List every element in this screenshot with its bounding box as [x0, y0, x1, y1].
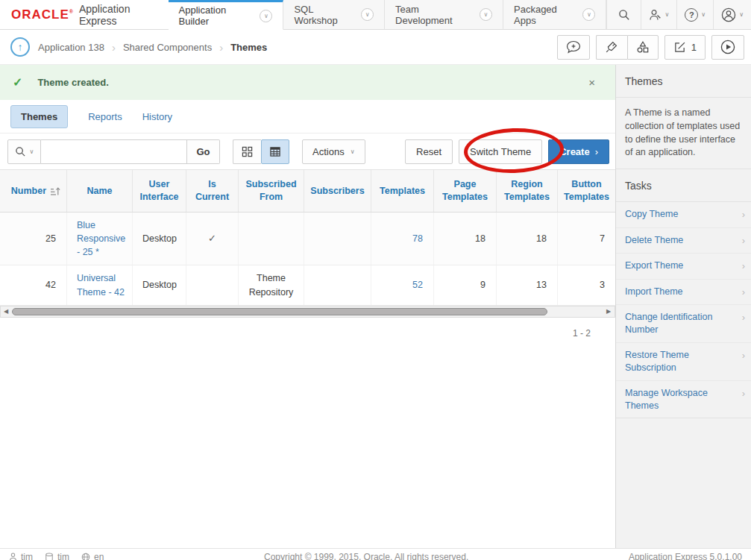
scroll-left-button[interactable]: ◀ [1, 308, 11, 315]
help-menu-button[interactable]: ? ∨ [676, 0, 713, 29]
breadcrumb-item-themes: Themes [230, 42, 267, 53]
spotlight-search-button[interactable] [596, 35, 627, 60]
tab-team-development[interactable]: Team Development ∨ [385, 0, 503, 30]
column-header-page-templates[interactable]: Page Templates [434, 170, 497, 212]
breadcrumb-item-shared-components[interactable]: Shared Components [123, 42, 212, 53]
column-header-subscribers[interactable]: Subscribers [304, 170, 371, 212]
task-change-identification-number[interactable]: Change Identification Number› [616, 305, 751, 343]
scrollbar-thumb[interactable] [12, 308, 547, 315]
breadcrumb-item-application[interactable]: Application 138 [38, 42, 104, 53]
icon-view-button[interactable] [233, 139, 261, 164]
scroll-right-button[interactable]: ▶ [603, 308, 614, 315]
templates-count-link[interactable]: 52 [412, 278, 423, 292]
themes-table: Number Name User Interface Is Current Su… [0, 169, 615, 318]
cell-button-templates: 3 [558, 265, 615, 304]
report-view-button[interactable] [261, 139, 289, 164]
page-action-buttons: 1 [557, 35, 744, 60]
chevron-right-icon: › [742, 311, 745, 324]
column-header-subscribed-from[interactable]: Subscribed From [239, 170, 304, 212]
column-header-is-current[interactable]: Is Current [186, 170, 239, 212]
chevron-right-icon: › [742, 349, 745, 362]
report-view-icon [269, 146, 281, 157]
task-restore-theme-subscription[interactable]: Restore Theme Subscription› [616, 343, 751, 381]
tab-reports[interactable]: Reports [88, 111, 122, 122]
flashlight-icon [605, 40, 618, 54]
edit-page-button[interactable]: 1 [664, 35, 706, 60]
templates-count-link[interactable]: 78 [412, 232, 423, 245]
chevron-down-icon[interactable]: ∨ [361, 8, 374, 21]
user-icon [9, 553, 17, 560]
search-input[interactable] [41, 139, 187, 164]
oracle-logo: ORACLE® Application Express [0, 0, 169, 30]
tab-themes[interactable]: Themes [10, 105, 68, 128]
reset-button[interactable]: Reset [405, 139, 453, 164]
actions-menu-button[interactable]: Actions ∨ [302, 139, 365, 164]
tab-history[interactable]: History [142, 111, 172, 122]
chevron-right-icon: › [742, 387, 745, 400]
close-banner-button[interactable]: × [581, 76, 603, 89]
feedback-button[interactable] [557, 35, 590, 60]
registered-mark: ® [69, 9, 74, 14]
column-header-templates[interactable]: Templates [371, 170, 434, 212]
page-tab-strip: Themes Reports History [0, 100, 615, 133]
column-header-region-templates[interactable]: Region Templates [497, 170, 558, 212]
column-header-user-interface[interactable]: User Interface [133, 170, 186, 212]
chevron-down-icon[interactable]: ∨ [582, 8, 595, 21]
nav-utility-icons: ∨ ? ∨ ∨ [606, 0, 751, 30]
create-button[interactable]: Create › [548, 139, 609, 164]
cell-subscribed-from [239, 213, 304, 265]
tab-packaged-apps[interactable]: Packaged Apps ∨ [503, 0, 606, 30]
account-menu-button[interactable]: ∨ [713, 0, 751, 29]
view-toggle-group [233, 139, 289, 164]
horizontal-scrollbar[interactable]: ◀ ▶ [0, 306, 615, 318]
search-icon [618, 9, 630, 21]
column-header-number[interactable]: Number [0, 170, 67, 212]
database-icon [45, 553, 54, 560]
cell-user-interface: Desktop [133, 213, 186, 265]
utility-button-group [596, 35, 659, 60]
admin-user-wrench-icon [649, 9, 662, 21]
run-play-icon [720, 40, 735, 54]
up-level-button[interactable]: ↑ [10, 37, 30, 57]
report-toolbar: ∨ Go Actions ∨ Reset Switch Theme [0, 133, 615, 169]
task-export-theme[interactable]: Export Theme› [616, 254, 751, 280]
task-copy-theme[interactable]: Copy Theme› [616, 202, 751, 228]
cell-is-current: ✓ [186, 213, 239, 265]
global-search-button[interactable] [606, 0, 641, 29]
chevron-down-icon[interactable]: ∨ [260, 10, 272, 22]
help-icon: ? [685, 8, 698, 22]
table-row: 42 Universal Theme - 42 Desktop Theme Re… [0, 265, 615, 305]
shapes-icon [636, 40, 650, 54]
cell-name: Blue Responsive - 25 * [67, 213, 133, 265]
cell-number: 25 [0, 213, 67, 265]
cell-subscribers [304, 265, 371, 304]
task-import-theme[interactable]: Import Theme› [616, 280, 751, 306]
go-button[interactable]: Go [187, 139, 220, 164]
administration-menu-button[interactable]: ∨ [641, 0, 676, 29]
chevron-down-icon: ∨ [664, 11, 669, 18]
cell-is-current [186, 265, 239, 304]
sort-ascending-icon [50, 186, 60, 196]
chevron-down-icon[interactable]: ∨ [480, 8, 492, 21]
check-icon: ✓ [208, 232, 216, 246]
sidebar-description: A Theme is a named collection of templat… [616, 98, 751, 169]
run-application-button[interactable] [711, 35, 744, 60]
switch-theme-button[interactable]: Switch Theme [459, 139, 542, 164]
task-manage-workspace-themes[interactable]: Manage Workspace Themes› [616, 381, 751, 418]
tab-sql-workshop[interactable]: SQL Workshop ∨ [283, 0, 385, 30]
oracle-brand-text: ORACLE® [11, 7, 74, 22]
theme-name-link[interactable]: Universal Theme - 42 [77, 271, 126, 298]
theme-name-link[interactable]: Blue Responsive - 25 * [77, 218, 126, 259]
toolbar-right-buttons: Reset Switch Theme Create › [405, 139, 609, 164]
column-header-name[interactable]: Name [67, 170, 133, 212]
tab-application-builder[interactable]: Application Builder ∨ [169, 0, 284, 30]
search-column-dropdown[interactable]: ∨ [7, 139, 41, 164]
shared-components-button[interactable] [627, 35, 659, 60]
footer-schema: tim [45, 552, 69, 560]
column-header-button-templates[interactable]: Button Templates [558, 170, 615, 212]
chevron-right-icon: › [595, 146, 598, 157]
task-delete-theme[interactable]: Delete Theme› [616, 228, 751, 254]
success-banner: ✓ Theme created. × [0, 65, 615, 100]
user-avatar-icon [721, 7, 736, 22]
footer-user: tim [9, 552, 33, 560]
